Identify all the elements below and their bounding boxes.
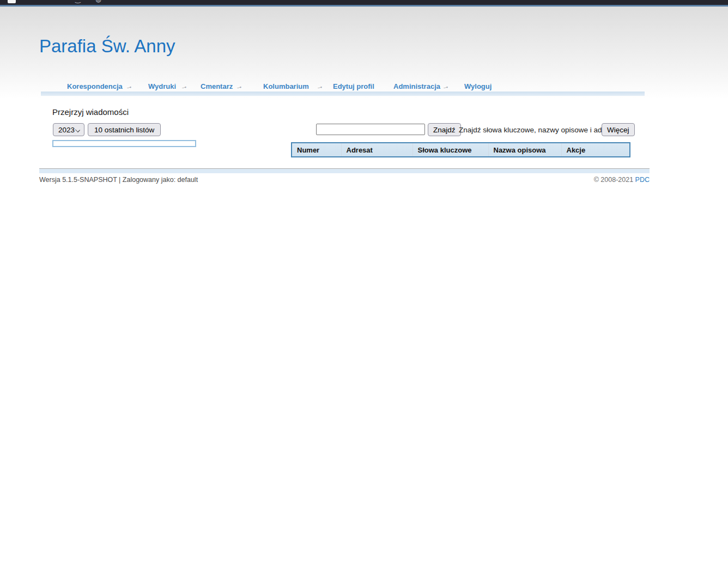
submenu-arrow-icon: → [315, 82, 324, 92]
submenu-arrow-icon: → [179, 82, 188, 92]
page-title: Parafia Św. Anny [39, 36, 175, 57]
nav-item-edytuj-profil[interactable]: Edytuj profil [333, 82, 374, 90]
column-header-akcje[interactable]: Akcje [561, 143, 630, 157]
submenu-arrow-icon: → [441, 82, 450, 92]
section-heading: Przejrzyj wiadomości [52, 107, 129, 117]
nav-item-korespondencja[interactable]: Korespondencja [67, 82, 123, 90]
column-header-nazwa-opisowa[interactable]: Nazwa opisowa [488, 143, 561, 157]
year-select-value: 2023 [58, 126, 75, 134]
page: ‿ ◍ Parafia Św. Anny Korespondencja → Wy… [0, 0, 728, 578]
search-input[interactable] [316, 124, 425, 135]
pdc-link[interactable]: PDC [635, 176, 650, 184]
nav-underline-strip [41, 92, 645, 96]
nav-item-kolumbarium[interactable]: Kolumbarium [263, 82, 309, 90]
column-header-slowa-kluczowe[interactable]: Słowa kluczowe [412, 143, 488, 157]
find-button[interactable]: Znajdź [428, 123, 461, 136]
browser-globe-icon-fragment: ◍ [95, 0, 101, 3]
column-header-adresat[interactable]: Adresat [341, 143, 412, 157]
column-header-numer[interactable]: Numer [292, 143, 341, 157]
nav-item-administracja[interactable]: Administracja [393, 82, 440, 90]
filter-input[interactable] [52, 140, 196, 147]
nav-item-wyloguj[interactable]: Wyloguj [464, 82, 492, 90]
messages-table: Numer Adresat Słowa kluczowe Nazwa opiso… [291, 142, 630, 157]
browser-tab-fragment [8, 0, 16, 3]
table-header-row: Numer Adresat Słowa kluczowe Nazwa opiso… [292, 143, 630, 157]
chevron-down-icon [75, 127, 80, 132]
nav-item-cmentarz[interactable]: Cmentarz [201, 82, 233, 90]
browser-icon-fragment: ‿ [75, 0, 81, 3]
search-hint-text: Znajdź słowa kluczowe, nazwy opisowe i a… [459, 126, 616, 134]
more-button[interactable]: Więcej [602, 123, 635, 136]
main-navigation: Korespondencja → Wydruki → Cmentarz → Ko… [0, 82, 728, 92]
footer-version-text: Wersja 5.1.5-SNAPSHOT | Zalogowany jako:… [39, 176, 198, 184]
recent-letters-button[interactable]: 10 ostatnich listów [88, 123, 161, 136]
nav-item-wydruki[interactable]: Wydruki [148, 82, 176, 90]
footer-divider [39, 168, 650, 173]
browser-chrome-bar: ‿ ◍ [0, 0, 728, 5]
copyright-text: © 2008-2021 [594, 176, 635, 184]
submenu-arrow-icon: → [234, 82, 243, 92]
submenu-arrow-icon: → [124, 82, 133, 92]
footer-copyright: © 2008-2021 PDC [432, 176, 650, 184]
year-select[interactable]: 2023 [53, 123, 84, 136]
